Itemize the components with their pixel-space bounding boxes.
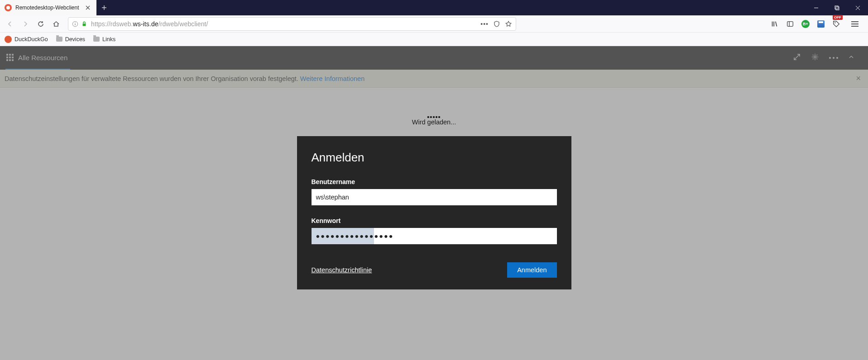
- privacy-policy-link[interactable]: Datenschutzrichtlinie: [312, 266, 372, 274]
- password-label: Kennwort: [312, 217, 557, 224]
- lock-icon: [81, 21, 87, 27]
- bookmark-label: DuckDuckGo: [14, 36, 48, 43]
- minimize-button[interactable]: [806, 0, 826, 15]
- svg-rect-17: [787, 21, 793, 26]
- loading-indicator: ••••• Wird geladen...: [0, 116, 868, 126]
- reader-shield-icon[interactable]: [493, 20, 500, 28]
- bookmark-label: Devices: [65, 36, 85, 43]
- bookmarks-bar: DuckDuckGo Devices Links: [0, 33, 868, 46]
- ext-green-badge[interactable]: B+: [801, 19, 810, 28]
- svg-line-16: [776, 21, 777, 26]
- folder-icon: [93, 37, 100, 42]
- page-content: Alle Ressourcen Datenschutzeinstellungen…: [0, 46, 868, 360]
- new-tab-button[interactable]: [96, 0, 112, 15]
- svg-rect-6: [835, 6, 838, 9]
- app-menu-button[interactable]: [847, 24, 863, 24]
- forward-button[interactable]: [18, 17, 33, 31]
- page-actions-icon[interactable]: •••: [480, 20, 489, 28]
- url-bar[interactable]: https://rdsweb.ws-its.de/rdweb/webclient…: [68, 17, 516, 31]
- browser-tab[interactable]: Remotedesktop-Webclient: [0, 0, 96, 15]
- browser-toolbar: https://rdsweb.ws-its.de/rdweb/webclient…: [0, 15, 868, 33]
- url-text: https://rdsweb.ws-its.de/rdweb/webclient…: [91, 20, 480, 28]
- bookmark-devices[interactable]: Devices: [56, 36, 85, 43]
- extension-icons: B+: [770, 19, 865, 28]
- bookmark-links[interactable]: Links: [93, 36, 115, 43]
- browser-titlebar: Remotedesktop-Webclient: [0, 0, 868, 15]
- login-dialog: Anmelden Benutzername Kennwort Datenschu…: [297, 136, 571, 289]
- window-controls: [806, 0, 868, 15]
- maximize-button[interactable]: [826, 0, 847, 15]
- library-icon[interactable]: [770, 19, 779, 28]
- site-identity[interactable]: [72, 21, 87, 27]
- svg-point-19: [834, 22, 835, 23]
- tab-close-button[interactable]: [84, 4, 92, 12]
- svg-point-0: [6, 6, 10, 9]
- back-button[interactable]: [3, 17, 17, 31]
- submit-button[interactable]: Anmelden: [507, 262, 556, 278]
- home-button[interactable]: [49, 17, 63, 31]
- tab-title: Remotedesktop-Webclient: [15, 5, 79, 11]
- tab-favicon: [5, 4, 12, 11]
- bookmark-duckduckgo[interactable]: DuckDuckGo: [5, 36, 48, 43]
- ext-tag-icon[interactable]: [832, 19, 841, 28]
- sidebar-icon[interactable]: [786, 19, 795, 28]
- svg-point-12: [75, 22, 76, 23]
- folder-icon: [56, 37, 62, 42]
- svg-rect-7: [836, 7, 839, 10]
- reload-button[interactable]: [34, 17, 48, 31]
- ext-save-icon[interactable]: [816, 19, 825, 28]
- svg-rect-13: [83, 24, 86, 26]
- info-icon: [72, 21, 78, 27]
- username-label: Benutzername: [312, 178, 557, 185]
- loading-text: Wird geladen...: [412, 118, 456, 126]
- login-title: Anmelden: [312, 151, 557, 165]
- duckduckgo-icon: [5, 36, 12, 43]
- close-window-button[interactable]: [847, 0, 868, 15]
- password-input[interactable]: [312, 228, 557, 244]
- bookmark-star-icon[interactable]: [505, 20, 512, 28]
- username-input[interactable]: [312, 189, 557, 205]
- bookmark-label: Links: [102, 36, 115, 43]
